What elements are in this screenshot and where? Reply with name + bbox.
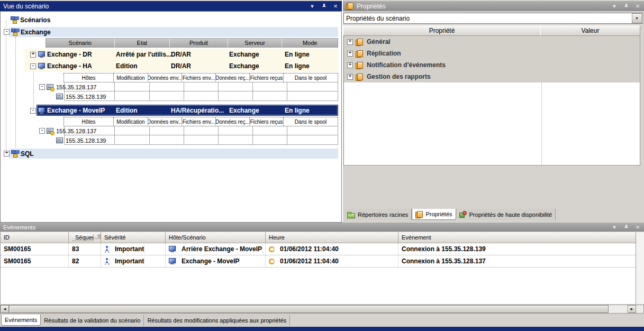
scroll-right-icon[interactable]: ► xyxy=(628,305,636,313)
category-label: Général xyxy=(367,38,391,45)
window-menu-icon[interactable]: ▼ xyxy=(611,224,618,231)
column-header[interactable]: Fichiers reçus xyxy=(249,117,284,126)
column-header-time[interactable]: Heure xyxy=(266,232,398,243)
category-row-report-handling[interactable]: + Gestion des rapports xyxy=(344,71,640,82)
scenario-icon xyxy=(38,51,46,58)
scenario-row-exchange-moveip[interactable]: - Exchange - MoveIP Edition HA/Récupérat… xyxy=(24,105,338,116)
host-row[interactable] xyxy=(65,126,338,135)
host-node-replica[interactable]: 155.35.128.139 xyxy=(56,93,106,101)
scrollbar-thumb[interactable] xyxy=(9,305,609,313)
column-header[interactable]: Mode xyxy=(282,39,338,47)
category-row-general[interactable]: + Général xyxy=(344,36,640,48)
expand-toggle[interactable]: - xyxy=(30,108,36,114)
host-stat-cell xyxy=(115,135,150,144)
event-row[interactable]: SM00165 82 Important Exchange - MoveIP 0… xyxy=(1,255,636,268)
tab-root-directories[interactable]: Répertoires racines xyxy=(344,209,412,220)
host-stat-cell xyxy=(287,126,338,135)
column-header-event[interactable]: Evénement xyxy=(398,232,636,243)
host-stat-cell xyxy=(219,82,253,91)
properties-scope-combobox[interactable]: Propriétés du scénario ▼ xyxy=(343,13,643,24)
tab-scenario-validation-results[interactable]: Résultats de la validation du scénario xyxy=(41,315,144,326)
event-row[interactable]: SM00165 83 Important Arrière Exchange - … xyxy=(1,243,636,255)
expand-toggle[interactable]: - xyxy=(39,84,45,90)
expand-toggle[interactable]: - xyxy=(39,128,45,134)
expand-toggle[interactable]: + xyxy=(347,62,353,68)
tree-node-label: SQL xyxy=(21,150,34,158)
column-header[interactable]: Hôtes xyxy=(64,73,114,82)
column-header[interactable]: Modification xyxy=(113,73,148,82)
close-icon[interactable]: × xyxy=(634,224,641,231)
column-header-severity[interactable]: Sévérité xyxy=(101,232,166,243)
host-node-replica[interactable]: 155.35.128.139 xyxy=(56,136,106,145)
column-header[interactable]: Fichiers env... xyxy=(182,73,216,82)
scenario-state: Edition xyxy=(116,62,138,70)
scenario-mode: En ligne xyxy=(285,51,310,58)
scroll-left-icon[interactable]: ◄ xyxy=(1,305,9,313)
expand-toggle[interactable]: + xyxy=(347,51,353,57)
expand-toggle[interactable]: - xyxy=(30,63,36,69)
expand-toggle[interactable]: - xyxy=(4,29,10,35)
scenario-view-panel: Vue du scénario ▼ × Scénarios - Exchange xyxy=(0,1,342,223)
column-header[interactable]: Scénario xyxy=(46,39,115,47)
scenario-table-header: Scénario Etat Produit Serveur Mode xyxy=(46,38,338,48)
tab-applied-property-changes[interactable]: Résultats des modifications appliquées a… xyxy=(144,315,290,326)
host-node-master[interactable]: 155.35.128.137 xyxy=(47,127,96,135)
tab-properties[interactable]: Propriétés xyxy=(412,209,456,220)
category-icon xyxy=(356,62,364,69)
column-header[interactable]: Données env... xyxy=(148,117,182,126)
window-menu-icon[interactable]: ▼ xyxy=(309,3,315,10)
folder-icon xyxy=(347,212,356,218)
expand-toggle[interactable]: + xyxy=(4,151,10,157)
pin-icon[interactable] xyxy=(321,3,327,10)
tree-node-sql[interactable]: SQL xyxy=(11,149,34,159)
host-stat-cell xyxy=(253,126,287,135)
column-header[interactable]: Hôtes xyxy=(64,117,114,126)
scenario-tree: Scénarios - Exchange Scénario Etat Produ… xyxy=(0,11,342,223)
expand-toggle[interactable]: + xyxy=(30,52,36,58)
scenario-row-exchange-dr[interactable]: + Exchange - DR Arrêté par l'utilis... D… xyxy=(24,49,338,60)
window-menu-icon[interactable]: ▼ xyxy=(611,3,618,10)
category-row-event-notification[interactable]: + Notification d'événements xyxy=(344,59,640,71)
expand-toggle[interactable]: + xyxy=(347,39,353,45)
host-node-master[interactable]: 155.35.128.137 xyxy=(47,83,96,91)
event-time: 01/06/2012 11:04:40 xyxy=(266,243,398,255)
column-header-sequence[interactable]: Séquenc▽ xyxy=(69,232,101,243)
column-header[interactable]: Serveur xyxy=(228,39,283,47)
column-header[interactable]: Fichiers reçus xyxy=(249,73,284,82)
scenario-state: Edition xyxy=(116,107,138,114)
column-header[interactable]: Données env... xyxy=(148,73,182,82)
pin-icon[interactable] xyxy=(623,3,629,10)
pin-icon[interactable] xyxy=(623,224,629,231)
close-icon[interactable]: × xyxy=(634,3,641,10)
expand-toggle[interactable]: + xyxy=(347,74,353,80)
column-header-value[interactable]: Valeur xyxy=(540,25,640,36)
app-window: Vue du scénario ▼ × Scénarios - Exchange xyxy=(0,0,644,331)
host-row[interactable] xyxy=(65,82,338,91)
event-id: SM00165 xyxy=(1,243,69,255)
tab-events[interactable]: Evénements xyxy=(1,315,41,326)
column-header[interactable]: Dans le spool xyxy=(283,117,338,126)
column-header[interactable]: Données reç... xyxy=(215,117,250,126)
event-host: Exchange - MoveIP xyxy=(166,255,266,267)
category-row-replication[interactable]: + Réplication xyxy=(344,48,640,59)
host-stat-cell xyxy=(287,91,338,100)
column-header[interactable]: Etat xyxy=(115,39,170,47)
column-header[interactable]: Modification xyxy=(113,117,148,126)
horizontal-scrollbar[interactable]: ◄ ► xyxy=(0,305,644,314)
column-header[interactable]: Données reç... xyxy=(215,73,250,82)
column-header[interactable]: Dans le spool xyxy=(283,73,338,82)
column-header[interactable]: Produit xyxy=(170,39,228,47)
host-stat-cell xyxy=(115,91,150,100)
combobox-dropdown-icon[interactable]: ▼ xyxy=(632,13,642,23)
scenario-row-exchange-ha[interactable]: - Exchange - HA Edition DR/AR Exchange E… xyxy=(24,60,338,72)
vertical-scrollbar[interactable] xyxy=(636,232,644,304)
column-header-host-scenario[interactable]: Hôte/Scénario xyxy=(166,232,266,243)
tab-ha-properties[interactable]: Propriétés de haute disponibilité xyxy=(456,209,556,220)
scenario-name: Exchange - DR xyxy=(47,51,92,58)
tree-node-scenarios[interactable]: Scénarios xyxy=(10,15,50,25)
tree-node-exchange[interactable]: Exchange xyxy=(11,27,51,37)
close-icon[interactable]: × xyxy=(332,3,339,10)
column-header-id[interactable]: ID xyxy=(1,232,69,243)
column-header[interactable]: Fichiers env... xyxy=(182,117,216,126)
column-header-property[interactable]: Propriété xyxy=(343,25,541,36)
